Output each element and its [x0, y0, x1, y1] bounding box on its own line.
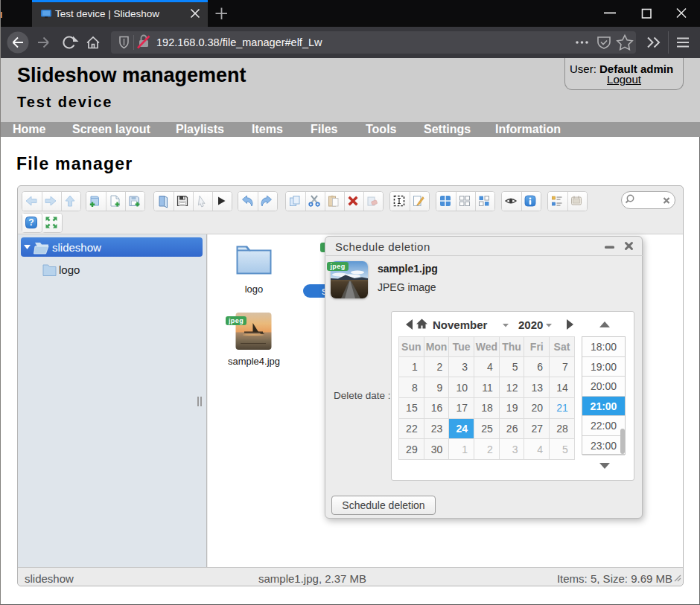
svg-text:?: ? [28, 217, 34, 228]
